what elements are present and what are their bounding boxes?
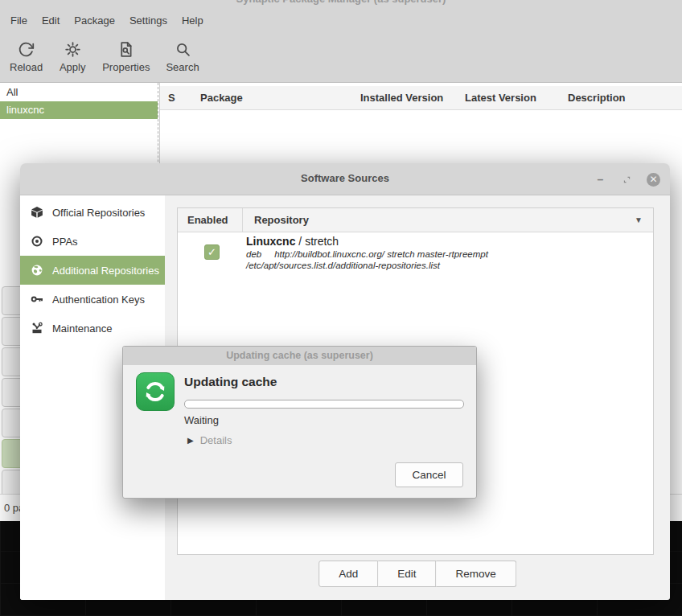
nav-label: Official Repositories xyxy=(52,207,145,219)
nav-label: Additional Repositories xyxy=(52,265,159,277)
minimize-button[interactable]: – xyxy=(594,173,607,187)
updating-cache-titlebar[interactable]: Updating cache (as superuser) xyxy=(123,347,476,365)
software-sources-title: Software Sources xyxy=(20,172,670,184)
maximize-button[interactable] xyxy=(620,173,634,187)
repository-file-path: /etc/apt/sources.list.d/additional-repos… xyxy=(246,261,488,270)
desktop-background: Synaptic Package Manager (as superuser) … xyxy=(0,0,682,616)
column-installed-version[interactable]: Installed Version xyxy=(360,92,443,104)
column-description[interactable]: Description xyxy=(568,92,626,104)
maximize-icon xyxy=(622,175,631,184)
menu-help[interactable]: Help xyxy=(175,12,211,29)
window-controls: – ✕ xyxy=(594,163,660,195)
updating-cache-dialog: Updating cache (as superuser) Updating c… xyxy=(122,346,477,499)
column-repository[interactable]: Repository xyxy=(254,214,309,226)
column-enabled[interactable]: Enabled xyxy=(187,214,228,226)
sort-arrow-icon[interactable]: ▼ xyxy=(635,216,643,224)
nav-label: Maintenance xyxy=(52,322,112,335)
progress-heading: Updating cache xyxy=(184,375,277,389)
menu-file[interactable]: File xyxy=(3,12,35,29)
properties-label: Properties xyxy=(102,61,150,73)
progress-status: Waiting xyxy=(184,414,219,426)
column-package[interactable]: Package xyxy=(200,92,243,104)
edit-button[interactable]: Edit xyxy=(378,561,436,587)
reload-button[interactable]: Reload xyxy=(2,38,51,75)
package-table-header: S Package Installed Version Latest Versi… xyxy=(160,86,682,110)
close-icon: ✕ xyxy=(649,174,657,185)
column-latest-version[interactable]: Latest Version xyxy=(465,92,536,104)
apply-icon xyxy=(64,41,81,58)
properties-icon xyxy=(117,41,134,58)
check-icon: ✓ xyxy=(207,246,216,258)
details-triangle-icon: ▶ xyxy=(187,436,194,445)
repository-actions: Add Edit Remove xyxy=(318,561,516,587)
column-divider xyxy=(242,208,243,232)
progress-bar xyxy=(184,400,464,409)
maintenance-icon xyxy=(31,322,43,335)
add-button[interactable]: Add xyxy=(318,561,378,587)
repository-row[interactable]: ✓ Linuxcnc / stretch deb http://buildbot… xyxy=(178,232,653,279)
nav-additional-repositories[interactable]: Additional Repositories xyxy=(20,256,165,285)
repositories-table-header: Enabled Repository ▼ xyxy=(178,208,653,232)
synaptic-toolbar: Reload Apply Properties Search xyxy=(0,31,682,83)
repository-name: Linuxcnc xyxy=(246,235,295,248)
group-linuxcnc[interactable]: linuxcnc xyxy=(0,101,158,119)
ppas-icon xyxy=(31,235,43,248)
nav-label: PPAs xyxy=(52,236,78,248)
synaptic-menubar: File Edit Package Settings Help xyxy=(0,10,682,31)
reload-icon xyxy=(18,41,35,58)
search-icon xyxy=(175,41,191,58)
nav-maintenance[interactable]: Maintenance xyxy=(20,314,165,343)
details-label: Details xyxy=(200,434,232,446)
repository-source-line: deb http://buildbot.linuxcnc.org/ stretc… xyxy=(246,249,488,259)
synaptic-titlebar[interactable]: Synaptic Package Manager (as superuser) xyxy=(0,0,682,10)
software-sources-titlebar[interactable]: Software Sources – ✕ xyxy=(20,163,670,195)
synaptic-window-title: Synaptic Package Manager (as superuser) xyxy=(0,0,682,5)
remove-button[interactable]: Remove xyxy=(437,561,516,587)
additional-repositories-icon xyxy=(31,264,43,277)
repository-description: Linuxcnc / stretch deb http://buildbot.l… xyxy=(246,235,488,270)
nav-authentication-keys[interactable]: Authentication Keys xyxy=(20,285,165,314)
nav-label: Authentication Keys xyxy=(52,294,145,306)
search-label: Search xyxy=(166,61,199,73)
close-button[interactable]: ✕ xyxy=(647,173,660,187)
column-status[interactable]: S xyxy=(168,92,175,104)
authentication-keys-icon xyxy=(31,293,43,306)
repository-suite: / stretch xyxy=(295,235,339,248)
nav-official-repositories[interactable]: Official Repositories xyxy=(20,198,165,227)
nav-ppas[interactable]: PPAs xyxy=(20,227,165,256)
enabled-checkbox[interactable]: ✓ xyxy=(204,244,220,260)
details-expander[interactable]: ▶ Details xyxy=(187,434,232,446)
search-button[interactable]: Search xyxy=(158,38,207,75)
reload-label: Reload xyxy=(10,61,43,73)
refresh-icon xyxy=(136,372,175,411)
menu-settings[interactable]: Settings xyxy=(122,12,175,29)
official-repositories-icon xyxy=(31,206,43,219)
apply-button[interactable]: Apply xyxy=(51,38,94,75)
properties-button[interactable]: Properties xyxy=(94,38,158,75)
menu-package[interactable]: Package xyxy=(67,12,122,29)
apply-label: Apply xyxy=(60,61,86,73)
cancel-button[interactable]: Cancel xyxy=(395,462,463,487)
menu-edit[interactable]: Edit xyxy=(35,12,67,29)
group-all[interactable]: All xyxy=(0,83,158,101)
